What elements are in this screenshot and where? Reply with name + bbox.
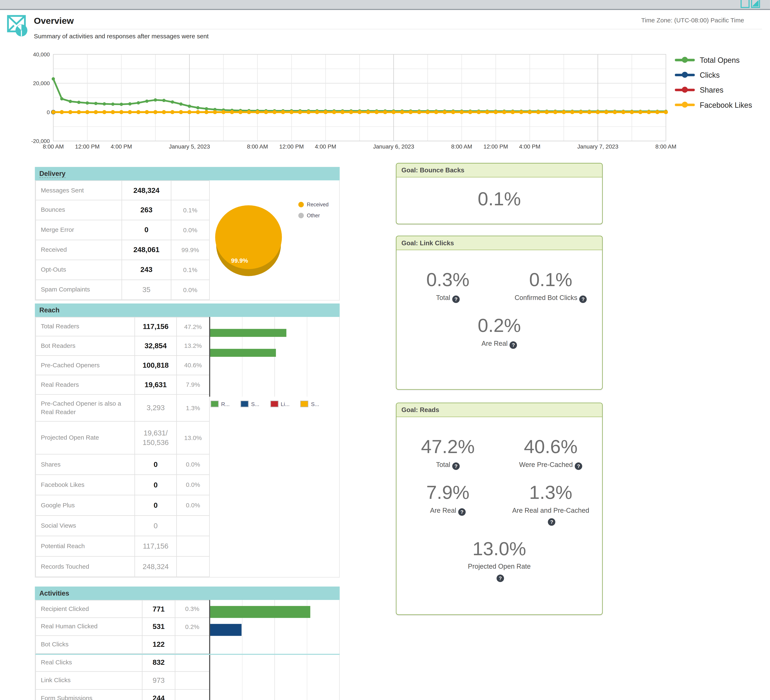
- goal-card: Goal: Bounce Backs0.1%: [396, 163, 602, 224]
- goal-metric-value: 40.6%: [499, 437, 602, 457]
- goal-metric: 0.1%Confirmed Bot Clicks?: [499, 270, 602, 303]
- help-icon[interactable]: ?: [452, 462, 459, 470]
- help-icon[interactable]: ?: [579, 295, 587, 303]
- row-value: 248,324: [121, 181, 171, 200]
- row-percent: 0.0%: [171, 220, 209, 240]
- x-tick-label: January 5, 2023: [154, 144, 224, 149]
- reach-header: Reach: [35, 303, 340, 317]
- activities-header: Activities: [35, 587, 340, 600]
- legend-item[interactable]: Facebook Likes: [675, 100, 752, 110]
- page-title: Overview: [34, 16, 74, 26]
- row-label: Messages Sent: [36, 181, 121, 200]
- row-value: 973: [142, 672, 175, 689]
- goal-metric-label: Are Real and Pre-Cached?: [508, 506, 593, 526]
- message-report-icon: [7, 13, 29, 39]
- legend-swatch-icon: [301, 401, 308, 407]
- goal-metric-value: 0.3%: [396, 270, 499, 290]
- row-label: Real Clicks: [36, 654, 142, 671]
- row-percent: 0.0%: [176, 455, 209, 475]
- y-tick-label: 20,000: [14, 80, 50, 86]
- goal-metric-label: Are Real?: [466, 339, 533, 349]
- legend-item[interactable]: Clicks: [675, 70, 752, 80]
- legend-item[interactable]: R...: [211, 401, 230, 407]
- table-row: Recipient Clicked7710.3%: [36, 600, 209, 618]
- legend-dot-icon: [298, 202, 304, 207]
- page-subtitle: Summary of activities and responses afte…: [34, 33, 209, 40]
- table-row: Records Touched248,324: [36, 557, 209, 577]
- table-row: Social Views0: [36, 516, 209, 536]
- legend-item[interactable]: Shares: [675, 85, 752, 95]
- goal-card-title: Goal: Bounce Backs: [401, 166, 464, 174]
- chart-bar: [210, 624, 242, 636]
- goal-card-title: Goal: Reads: [401, 406, 439, 413]
- row-label: Total Readers: [36, 318, 134, 336]
- x-tick-label: 4:00 PM: [291, 144, 361, 149]
- legend-line-icon: [675, 73, 695, 76]
- legend-item[interactable]: Total Opens: [675, 55, 752, 65]
- goal-metric-value: 13.0%: [396, 539, 602, 559]
- x-tick-label: January 6, 2023: [359, 144, 429, 149]
- help-icon[interactable]: ?: [575, 462, 582, 470]
- goal-metric: 7.9%Are Real?: [396, 483, 499, 526]
- export-report-icon[interactable]: [741, 0, 749, 8]
- chart-bar: [210, 349, 276, 357]
- goal-metric-label: Confirmed Bot Clicks?: [508, 293, 593, 303]
- table-row: Received248,06199.9%: [36, 240, 209, 260]
- help-icon[interactable]: ?: [452, 295, 459, 303]
- legend-line-icon: [675, 58, 695, 61]
- x-tick-label: 4:00 PM: [495, 144, 565, 149]
- row-label: Merge Error: [36, 220, 121, 240]
- table-row: Spam Complaints350.0%: [36, 280, 209, 300]
- row-value: 263: [121, 200, 171, 220]
- row-value: 19,631: [134, 375, 176, 394]
- y-tick-label: 40,000: [14, 51, 50, 57]
- table-row: Total Readers117,15647.2%: [36, 317, 209, 336]
- row-value: 117,156: [134, 318, 176, 336]
- reach-bar-chart: [209, 317, 340, 397]
- row-value: 531: [142, 618, 175, 635]
- legend-line-icon: [675, 104, 695, 106]
- delivery-table: Messages Sent248,324Bounces2630.1%Merge …: [36, 180, 210, 300]
- row-percent: 0.0%: [171, 280, 209, 300]
- table-row: Projected Open Rate19,631/ 150,53613.0%: [36, 421, 209, 455]
- legend-item: Other: [298, 212, 328, 218]
- goal-cards: Goal: Bounce Backs0.1%Goal: Link Clicks0…: [396, 163, 602, 615]
- row-percent: [171, 181, 209, 200]
- goal-card: Goal: Reads47.2%Total?40.6%Were Pre-Cach…: [396, 403, 602, 615]
- x-tick-label: 8:00 AM: [631, 144, 701, 149]
- row-percent: 0.2%: [175, 618, 209, 635]
- help-icon[interactable]: ?: [497, 574, 504, 582]
- goal-metric: 0.3%Total?: [396, 270, 499, 303]
- table-row: Bot Clicks122: [36, 636, 209, 654]
- goal-metric-label: Total?: [406, 460, 490, 470]
- row-value: 122: [142, 636, 175, 653]
- goal-metric: 40.6%Were Pre-Cached?: [499, 437, 602, 470]
- legend-swatch-icon: [211, 401, 218, 407]
- goal-metric-value: 0.1%: [396, 190, 602, 209]
- y-tick-label: 0: [14, 109, 50, 115]
- row-value: 244: [142, 690, 175, 700]
- help-icon[interactable]: ?: [510, 341, 517, 349]
- activities-table: Recipient Clicked7710.3%Real Human Click…: [36, 600, 210, 700]
- goal-metric: 47.2%Total?: [396, 437, 499, 470]
- legend-item[interactable]: S...: [241, 401, 259, 407]
- x-tick-label: 4:00 PM: [87, 144, 156, 149]
- legend-item[interactable]: Li...: [270, 401, 290, 407]
- row-label: Google Plus: [36, 495, 134, 515]
- goal-metric-label: Total?: [406, 293, 490, 303]
- activities-bar-chart: [209, 600, 340, 700]
- legend-item[interactable]: S...: [301, 401, 319, 407]
- legend-line-icon: [675, 89, 695, 91]
- pie-value-label: 99.9%: [231, 257, 248, 264]
- y-tick-label: -20,000: [14, 138, 50, 144]
- export-image-icon[interactable]: [751, 0, 760, 8]
- timezone-label: Time Zone: (UTC-08:00) Pacific Time: [641, 17, 744, 24]
- pie-received-slice: [215, 205, 282, 269]
- row-percent: 40.6%: [176, 356, 209, 375]
- help-icon[interactable]: ?: [458, 508, 466, 516]
- help-icon[interactable]: ?: [548, 519, 555, 526]
- row-percent: 13.2%: [176, 336, 209, 355]
- row-label: Records Touched: [36, 557, 134, 577]
- delivery-section: Delivery Messages Sent248,324Bounces2630…: [35, 167, 340, 301]
- timeline-legend: Total OpensClicksSharesFacebook Likes: [675, 55, 752, 115]
